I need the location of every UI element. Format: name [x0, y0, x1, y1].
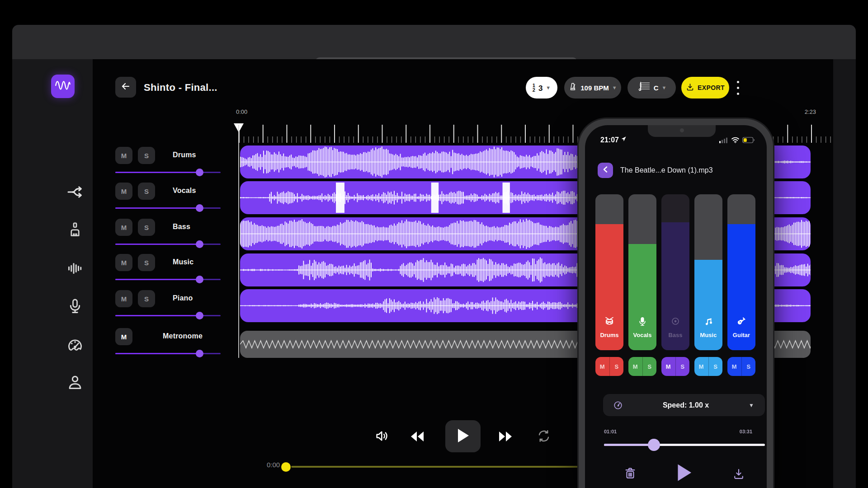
solo-button-piano[interactable]: S: [138, 290, 155, 307]
phone-ms-bass: MS: [661, 357, 689, 376]
key-selector[interactable]: C ▼: [627, 77, 676, 99]
mute-button-metronome[interactable]: M: [115, 328, 132, 345]
phone-stem-guitar[interactable]: Guitar: [727, 194, 755, 350]
volume-slider-piano[interactable]: [115, 315, 221, 316]
volume-fill: [115, 207, 199, 209]
phone-solo-button-guitar[interactable]: S: [742, 357, 756, 376]
volume-fill: [115, 279, 199, 280]
app-logo[interactable]: [51, 75, 75, 98]
song-progress-knob[interactable]: [281, 462, 291, 472]
timeline-start-time: 0:00: [236, 108, 247, 115]
phone-elapsed-time: 01:01: [604, 429, 617, 434]
track-label-bass: Bass: [173, 223, 190, 231]
mute-button-piano[interactable]: M: [115, 290, 132, 307]
phone-mockup: 21:07 The Beat: [579, 119, 773, 488]
sidebar-item-cleanup[interactable]: [63, 218, 87, 243]
solo-button-bass[interactable]: S: [138, 219, 155, 236]
phone-ms-guitar: MS: [727, 357, 755, 376]
rewind-button[interactable]: [408, 429, 426, 446]
phone-mute-button-bass[interactable]: M: [661, 357, 676, 376]
sidebar-item-levels[interactable]: [63, 257, 87, 282]
track-label-vocals: Vocals: [173, 187, 196, 195]
mute-button-music[interactable]: M: [115, 254, 132, 271]
volume-slider-drums[interactable]: [115, 172, 221, 173]
phone-speed-selector[interactable]: Speed: 1.00 x ▼: [603, 394, 765, 416]
phone-ms-music: MS: [694, 357, 722, 376]
timeline-end-time: 2:23: [789, 108, 816, 115]
volume-slider-vocals[interactable]: [115, 207, 221, 209]
fast-forward-button[interactable]: [496, 429, 514, 446]
volume-button[interactable]: [373, 427, 392, 446]
volume-slider-metronome[interactable]: [115, 353, 221, 354]
phone-delete-button[interactable]: [621, 465, 639, 483]
scrollbar-gutter[interactable]: [833, 59, 856, 488]
time-signature-fraction: 12: [533, 83, 535, 92]
download-icon: [732, 468, 745, 482]
volume-fill: [115, 244, 199, 245]
gauge-icon: [66, 337, 84, 356]
key-value: C: [654, 84, 659, 92]
phone-progress-knob[interactable]: [648, 439, 660, 451]
play-button[interactable]: [445, 420, 481, 452]
waveform-logo-icon: [55, 79, 71, 94]
phone-mute-button-guitar[interactable]: M: [727, 357, 742, 376]
sidebar-item-record[interactable]: [63, 295, 87, 319]
mute-button-vocals[interactable]: M: [115, 183, 132, 200]
solo-button-vocals[interactable]: S: [138, 183, 155, 200]
person-icon: [66, 374, 84, 393]
phone-screen: 21:07 The Beat: [585, 125, 767, 488]
phone-ms-drums: MS: [595, 357, 623, 376]
phone-progress-fill: [604, 444, 654, 446]
stem-fill: [661, 222, 689, 350]
download-icon: [686, 83, 694, 93]
back-button[interactable]: [115, 77, 136, 98]
phone-stem-music[interactable]: Music: [694, 194, 722, 350]
bpm-selector[interactable]: 109 BPM ▼: [564, 77, 621, 99]
time-signature-selector[interactable]: 12 3 ▼: [526, 77, 557, 99]
split-icon: [66, 183, 84, 202]
phone-stem-vocals[interactable]: Vocals: [628, 194, 656, 350]
song-title: Shinto - Final...: [144, 82, 217, 94]
phone-solo-button-bass[interactable]: S: [676, 357, 690, 376]
music-staff-icon: [637, 81, 651, 94]
phone-progress-track[interactable]: [604, 444, 765, 446]
mute-button-bass[interactable]: M: [115, 219, 132, 236]
play-icon: [675, 463, 693, 484]
time-signature-value: 3: [538, 84, 542, 93]
phone-stem-bass[interactable]: Bass: [661, 194, 689, 350]
phone-solo-button-music[interactable]: S: [709, 357, 723, 376]
phone-solo-button-drums[interactable]: S: [610, 357, 624, 376]
browser-titlebar: [12, 25, 856, 59]
solo-button-drums[interactable]: S: [138, 147, 155, 164]
stem-label: Drums: [595, 332, 623, 338]
track-label-piano: Piano: [173, 294, 193, 302]
chevron-down-icon: ▼: [661, 85, 666, 90]
track-label-drums: Drums: [173, 151, 196, 159]
export-button[interactable]: EXPORT: [681, 77, 729, 99]
metronome-icon: [568, 82, 577, 93]
song-progress-track[interactable]: [291, 466, 590, 468]
solo-button-music[interactable]: S: [138, 254, 155, 271]
phone-download-button[interactable]: [730, 466, 748, 484]
chevron-down-icon: ▼: [612, 85, 617, 90]
sidebar-item-account[interactable]: [63, 371, 87, 395]
phone-solo-button-vocals[interactable]: S: [643, 357, 657, 376]
record-icon: [661, 316, 689, 327]
phone-play-button[interactable]: [674, 463, 694, 484]
speaker-icon: [374, 428, 390, 446]
more-options-button[interactable]: [733, 78, 742, 98]
playhead-line: [238, 125, 239, 358]
phone-stem-drums[interactable]: Drums: [595, 194, 623, 350]
phone-mute-button-drums[interactable]: M: [595, 357, 610, 376]
phone-mute-button-vocals[interactable]: M: [628, 357, 643, 376]
sidebar-item-tempo[interactable]: [63, 334, 87, 358]
microphone-icon: [67, 298, 83, 316]
phone-mute-button-music[interactable]: M: [694, 357, 709, 376]
mute-button-drums[interactable]: M: [115, 147, 132, 164]
volume-slider-music[interactable]: [115, 279, 221, 280]
sidebar-item-split[interactable]: [63, 181, 87, 205]
chevron-down-icon: ▼: [546, 85, 551, 90]
volume-slider-bass[interactable]: [115, 244, 221, 245]
loop-button[interactable]: [535, 428, 552, 446]
phone-stem-mixer: DrumsMSVocalsMSBassMSMusicMSGuitarMS: [585, 125, 767, 378]
